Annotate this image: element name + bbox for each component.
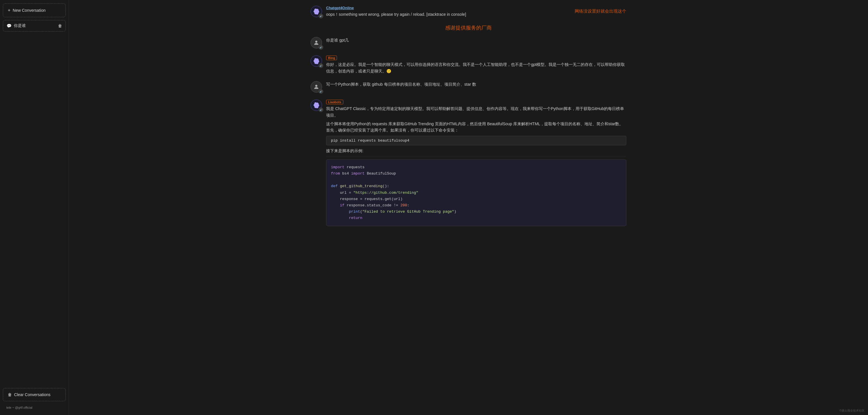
code-block: import requests from bs4 import Beautifu… [326,159,626,226]
main-content: 🔊 Chatgpt4Online oops！something went wro… [69,0,868,415]
message-content: Liaobots 我是 ChatGPT Classic，专为特定用途定制的聊天模… [326,99,626,229]
sender-name: Chatgpt4Online [326,6,570,10]
code-intro-text: 接下来是脚本的示例: [326,148,626,154]
message-content: 你是谁 gpt几 [326,37,626,43]
audio-icon: 🔊 [319,14,323,18]
install-command: pip install requests beautifulsoup4 [326,136,626,145]
message-text: 你是谁 gpt几 [326,37,626,43]
new-conversation-label: New Conversation [12,8,45,12]
plus-icon: + [8,8,10,13]
chat-icon: 💬 [7,24,11,28]
message-content: 写一个Python脚本，获取 github 每日榜单的项目名称、项目地址、项目简… [326,81,626,88]
audio-icon: 🔊 [319,45,323,49]
annotation-thanks: 感谢提供服务的厂商 [311,24,626,31]
message-block: 🔊 写一个Python脚本，获取 github 每日榜单的项目名称、项目地址、项… [311,81,626,93]
svg-point-1 [315,85,317,87]
annotation-network: 网络没设置好就会出现这个 [575,9,626,14]
conversation-item[interactable]: 💬 你是谁 🗑 [3,20,66,32]
tele-label: tele ~ @g4f.official [6,406,32,409]
avatar-wrapper: 🔊 [311,99,322,111]
svg-point-0 [315,41,317,43]
sender-badge: Liaobots [326,100,343,104]
sender-link[interactable]: Chatgpt4Online [326,6,354,10]
message-block: 🔊 Bing 你好，这是必应。我是一个智能的聊天模式，可以用你选择的语言和你交流… [311,55,626,74]
clear-conversations-button[interactable]: 🗑 Clear Conversations [3,388,66,401]
delete-conversation-icon[interactable]: 🗑 [58,24,62,28]
message-content: Chatgpt4Online oops！something went wrong… [326,6,570,18]
avatar-wrapper: 🔊 [311,37,322,48]
message-block: 🔊 你是谁 gpt几 [311,37,626,48]
conv-item-left: 💬 你是谁 [7,23,26,28]
divider [326,156,626,157]
avatar-wrapper: 🔊 [311,55,322,67]
tele-info: tele ~ @g4f.official [3,404,66,412]
message-content: Bing 你好，这是必应。我是一个智能的聊天模式，可以用你选择的语言和你交流。我… [326,55,626,74]
avatar-wrapper: 🔊 [311,6,322,17]
trash-icon: 🗑 [8,392,12,397]
clear-conversations-label: Clear Conversations [14,392,51,397]
conversation-title: 你是谁 [14,23,26,28]
audio-icon: 🔊 [319,89,323,94]
audio-icon: 🔊 [319,107,323,112]
new-conversation-button[interactable]: + New Conversation [3,3,66,17]
message-block: 🔊 Chatgpt4Online oops！something went wro… [311,6,626,18]
sidebar-bottom: 🗑 Clear Conversations tele ~ @g4f.offici… [3,388,66,412]
sender-badge: Bing [326,56,337,60]
audio-icon: 🔊 [319,63,323,68]
message-text: 写一个Python脚本，获取 github 每日榜单的项目名称、项目地址、项目简… [326,81,626,88]
conversation-list: 💬 你是谁 🗑 [3,20,66,388]
message-intro: 我是 ChatGPT Classic，专为特定用途定制的聊天模型。我可以帮助解答… [326,105,626,118]
message-block: 🔊 Liaobots 我是 ChatGPT Classic，专为特定用途定制的聊… [311,99,626,229]
message-paragraph: 这个脚本将使用Python的 requests 库来获取GitHub Trend… [326,120,626,134]
watermark: ©拥土囤全技术社区 [840,409,865,413]
message-text: 你好，这是必应。我是一个智能的聊天模式，可以用你选择的语言和你交流。我不是一个人… [326,61,626,74]
sidebar: + New Conversation 💬 你是谁 🗑 🗑 Clear Conve… [0,0,69,415]
message-text: oops！something went wrong, please try ag… [326,11,570,18]
chat-area: 🔊 Chatgpt4Online oops！something went wro… [311,0,626,236]
avatar-wrapper: 🔊 [311,81,322,93]
